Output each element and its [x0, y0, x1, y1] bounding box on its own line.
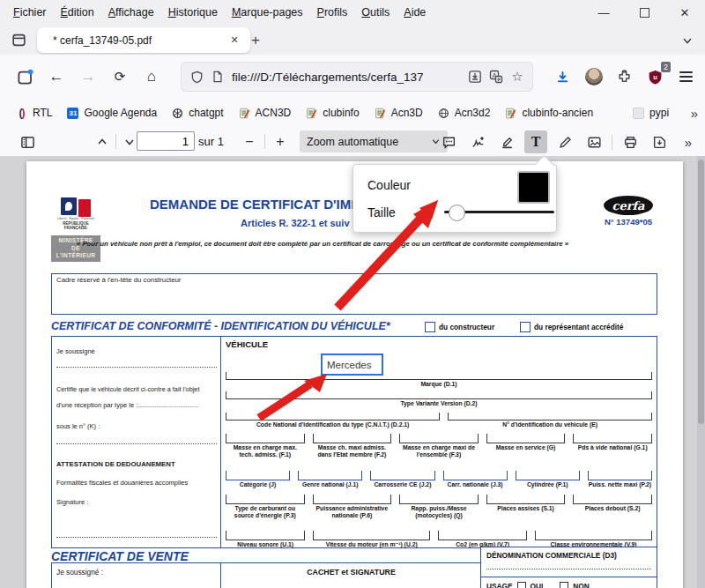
- maximize-button[interactable]: [624, 0, 664, 25]
- field-row-marque: Marque (D.1): [226, 372, 652, 388]
- save-icon[interactable]: [648, 130, 671, 153]
- list-all-tabs-button[interactable]: [677, 30, 698, 51]
- more-tools-chevrons[interactable]: »: [677, 130, 700, 153]
- page-info-icon[interactable]: [207, 66, 228, 87]
- bookmarks-toolbar: () RTL 31 Google Agenda chatgpt ACN3D cl…: [0, 99, 705, 127]
- left-line: d'une réception par type le :...........…: [56, 401, 198, 409]
- sale-left-label: Je soussigné :: [56, 568, 103, 577]
- tab-close-icon[interactable]: ✕: [226, 32, 243, 49]
- checkbox-non[interactable]: [560, 582, 568, 588]
- cerfa-number: N° 13749*05: [590, 217, 666, 227]
- scrollbar-thumb[interactable]: [698, 160, 704, 424]
- notepad-icon: [238, 107, 251, 120]
- forward-button[interactable]: →: [74, 63, 102, 91]
- bookmark-pypi[interactable]: pypi: [626, 104, 675, 123]
- zoom-select[interactable]: Zoom automatique: [300, 130, 448, 153]
- ublock-badge: 2: [661, 62, 671, 72]
- page-count-label: sur 1: [198, 135, 224, 148]
- draw-tool-icon[interactable]: [553, 130, 576, 153]
- bookmark-clubinfo[interactable]: clubinfo: [299, 104, 365, 123]
- checkbox-oui[interactable]: [517, 582, 526, 588]
- menu-aide[interactable]: Aide: [397, 4, 432, 21]
- translate-icon[interactable]: A: [486, 66, 507, 87]
- account-avatar[interactable]: [580, 63, 607, 91]
- title-bar: Fichier Édition Affichage Historique Mar…: [0, 0, 705, 25]
- close-button[interactable]: ✕: [664, 0, 705, 25]
- zoom-in-icon[interactable]: +: [269, 130, 292, 153]
- checkbox-constructeur[interactable]: [425, 322, 435, 332]
- menu-bar: Fichier Édition Affichage Historique Mar…: [0, 4, 432, 21]
- page-number-input[interactable]: [137, 131, 195, 151]
- comment-tool-icon[interactable]: [437, 130, 460, 153]
- bookmark-chatgpt[interactable]: chatgpt: [165, 104, 229, 123]
- checkbox-representant[interactable]: [520, 322, 531, 332]
- d3-title: DÉNOMINATION COMMERCIALE (D3): [486, 551, 617, 560]
- scrollbar-track[interactable]: [697, 156, 705, 588]
- field-row-tvv: Type Variante Version (D.2): [226, 391, 652, 407]
- svg-text:u: u: [653, 73, 657, 81]
- app-menu-hamburger-icon[interactable]: [672, 63, 700, 91]
- navbar-right-cluster: u 2: [549, 63, 700, 91]
- vehicle-fields: Marque (D.1) Type Variante Version (D.2)…: [226, 349, 652, 548]
- ublock-shield-icon[interactable]: u 2: [642, 63, 669, 91]
- back-button[interactable]: ←: [42, 63, 70, 91]
- denomination-box: DÉNOMINATION COMMERCIALE (D3) USAGE OUI …: [480, 547, 657, 588]
- form-subtitle: Articles R. 322-1 et suiv: [241, 218, 350, 228]
- freetext-annotation-mercedes[interactable]: Mercedes: [321, 354, 383, 376]
- text-tool-icon[interactable]: T: [524, 130, 547, 153]
- bookmarks-overflow-chevron[interactable]: »: [684, 104, 705, 123]
- field-row-masses: Masse en charge max. tech. admiss. (F.1)…: [226, 434, 652, 458]
- profile-icon[interactable]: [11, 63, 39, 91]
- home-button[interactable]: ⌂: [137, 63, 166, 91]
- menu-historique[interactable]: Historique: [162, 4, 224, 21]
- image-tool-icon[interactable]: [583, 130, 605, 153]
- calendar-icon: 31: [66, 107, 79, 120]
- checkbox-constructeur-label: du constructeur: [439, 323, 494, 331]
- bookmark-acn3d[interactable]: ACN3D: [232, 104, 298, 123]
- dotted-line: [56, 443, 217, 444]
- browser-window: Fichier Édition Affichage Historique Mar…: [0, 0, 705, 588]
- section1-heading: CERTIFICAT DE CONFORMITÉ - IDENTIFICATIO…: [51, 320, 390, 332]
- tracking-shield-icon[interactable]: [186, 66, 207, 87]
- save-page-icon[interactable]: [464, 66, 486, 87]
- print-icon[interactable]: [619, 130, 642, 153]
- menu-fichier[interactable]: Fichier: [7, 4, 53, 21]
- usage-row: USAGE OUI NON: [486, 582, 590, 588]
- menu-profils[interactable]: Profils: [311, 4, 354, 21]
- sidebar-toggle-icon[interactable]: [16, 130, 39, 153]
- globe-icon: [437, 107, 450, 120]
- minimize-button[interactable]: —: [583, 0, 624, 25]
- reload-button[interactable]: ⟳: [106, 63, 134, 91]
- bookmark-acn3d2[interactable]: Acn3d2: [431, 104, 497, 123]
- maximize-icon: [640, 8, 649, 18]
- url-bar[interactable]: file:///D:/Téléchargements/cerfa_137 A ☆: [181, 62, 533, 92]
- menu-marque-pages[interactable]: Marque-pages: [226, 4, 309, 21]
- color-swatch[interactable]: [517, 171, 550, 204]
- zoom-out-icon[interactable]: −: [238, 130, 261, 153]
- dotted-line: [486, 569, 651, 569]
- menu-edition[interactable]: Édition: [55, 4, 100, 21]
- url-text: file:///D:/Téléchargements/cerfa_137: [232, 71, 464, 84]
- bookmark-rtl[interactable]: () RTL: [9, 104, 58, 123]
- new-tab-button[interactable]: +: [245, 30, 266, 51]
- firefox-view-icon[interactable]: [7, 28, 30, 51]
- menu-affichage[interactable]: Affichage: [102, 4, 160, 21]
- downloads-icon[interactable]: [549, 63, 576, 91]
- menu-outils[interactable]: Outils: [355, 4, 396, 21]
- previous-page-icon[interactable]: [91, 130, 114, 153]
- bookmark-clubinfo-ancien[interactable]: clubinfo-ancien: [498, 104, 599, 123]
- signature-tool-icon[interactable]: [466, 130, 489, 153]
- sale-center-label: CACHET et SIGNATURE: [221, 568, 481, 577]
- field-row-categorie: Catégorie (J) Genre national (J.1) Carro…: [226, 471, 652, 488]
- bookmark-star-icon[interactable]: ☆: [507, 66, 528, 87]
- size-slider-handle[interactable]: [449, 205, 465, 221]
- bookmark-acn3d-2[interactable]: Acn3D: [367, 104, 429, 123]
- highlighter-tool-icon[interactable]: [495, 130, 518, 153]
- toolbar-separator: [264, 134, 265, 149]
- size-label: Taille: [367, 205, 396, 220]
- cadre-label: Cadre réservé à l'en-tête du constructeu…: [56, 276, 181, 284]
- tab-cerfa-pdf[interactable]: * cerfa_13749-05.pdf ✕: [37, 27, 250, 53]
- field-row-cnit: Code National d'identification du type (…: [226, 413, 652, 428]
- extensions-puzzle-icon[interactable]: [611, 63, 638, 91]
- bookmark-google-agenda[interactable]: 31 Google Agenda: [60, 104, 163, 123]
